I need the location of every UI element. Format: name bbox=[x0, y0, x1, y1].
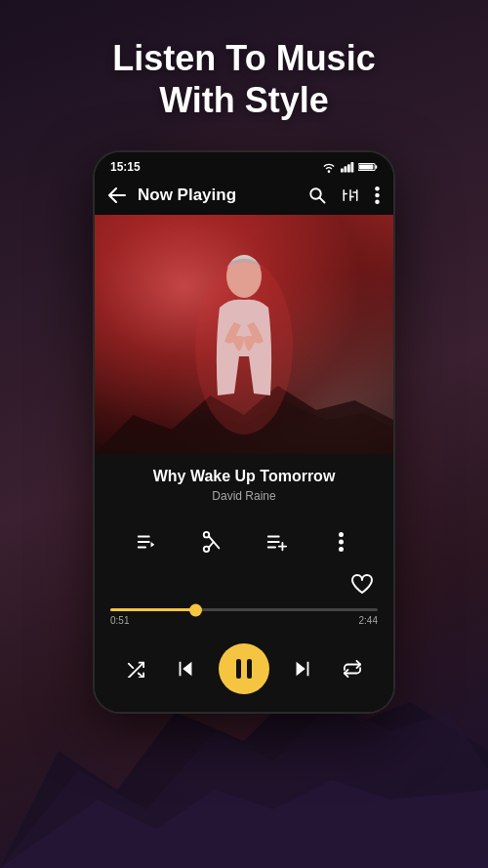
svg-rect-17 bbox=[352, 192, 357, 194]
play-pause-button[interactable] bbox=[219, 643, 269, 694]
action-row bbox=[95, 513, 393, 569]
prev-button[interactable] bbox=[168, 651, 203, 686]
svg-rect-3 bbox=[341, 169, 344, 173]
controls-row bbox=[95, 634, 393, 712]
like-row bbox=[95, 569, 393, 600]
back-button[interactable] bbox=[108, 187, 126, 203]
song-info: Why Wake Up Tomorrow David Raine bbox=[95, 454, 393, 513]
svg-point-19 bbox=[375, 193, 380, 198]
hero-section: Listen To Music With Style bbox=[83, 0, 404, 150]
status-time: 15:15 bbox=[110, 160, 141, 174]
svg-rect-5 bbox=[347, 165, 350, 173]
signal-icon bbox=[341, 161, 354, 173]
repeat-button[interactable] bbox=[335, 651, 370, 686]
wifi-icon bbox=[321, 161, 337, 173]
phone-frame: 15:15 bbox=[93, 150, 395, 714]
progress-section: 0:51 2:44 bbox=[95, 600, 393, 634]
svg-rect-4 bbox=[345, 167, 347, 173]
svg-rect-16 bbox=[356, 189, 358, 201]
header-right bbox=[308, 186, 380, 204]
svg-point-20 bbox=[375, 200, 380, 205]
more-button[interactable] bbox=[375, 186, 380, 204]
progress-thumb bbox=[189, 603, 202, 616]
song-title: Why Wake Up Tomorrow bbox=[110, 468, 378, 485]
svg-point-18 bbox=[375, 186, 380, 191]
svg-rect-13 bbox=[344, 193, 348, 195]
app-header: Now Playing bbox=[95, 178, 393, 215]
hero-title: Listen To Music With Style bbox=[112, 37, 375, 121]
svg-rect-9 bbox=[376, 166, 378, 170]
battery-icon bbox=[358, 161, 378, 173]
next-button[interactable] bbox=[285, 651, 320, 686]
search-button[interactable] bbox=[308, 186, 326, 204]
svg-point-24 bbox=[195, 259, 293, 434]
like-button[interactable] bbox=[350, 573, 374, 595]
header-left: Now Playing bbox=[108, 186, 236, 205]
svg-line-31 bbox=[209, 542, 214, 548]
svg-rect-40 bbox=[236, 659, 241, 679]
progress-bar[interactable] bbox=[110, 608, 378, 611]
svg-rect-15 bbox=[349, 196, 354, 198]
status-icons bbox=[321, 161, 378, 173]
svg-point-38 bbox=[339, 540, 344, 545]
svg-rect-12 bbox=[344, 189, 346, 201]
song-artist: David Raine bbox=[110, 489, 378, 503]
total-time: 2:44 bbox=[359, 615, 378, 626]
add-queue-button[interactable] bbox=[259, 524, 294, 559]
svg-rect-14 bbox=[349, 189, 351, 201]
svg-point-39 bbox=[339, 547, 344, 552]
svg-point-37 bbox=[339, 532, 344, 537]
svg-rect-8 bbox=[359, 165, 373, 170]
current-time: 0:51 bbox=[110, 615, 129, 626]
equalizer-button[interactable] bbox=[342, 186, 359, 204]
cut-button[interactable] bbox=[194, 524, 229, 559]
time-row: 0:51 2:44 bbox=[110, 615, 378, 626]
status-bar: 15:15 bbox=[95, 152, 393, 178]
header-title: Now Playing bbox=[138, 186, 236, 205]
svg-rect-6 bbox=[351, 162, 354, 173]
queue-button[interactable] bbox=[129, 524, 164, 559]
progress-fill bbox=[110, 608, 196, 611]
svg-rect-41 bbox=[247, 659, 252, 679]
svg-line-11 bbox=[320, 198, 325, 203]
more-options-button[interactable] bbox=[324, 524, 359, 559]
album-art-container bbox=[95, 215, 393, 454]
shuffle-button[interactable] bbox=[118, 651, 153, 686]
album-art bbox=[95, 215, 393, 454]
